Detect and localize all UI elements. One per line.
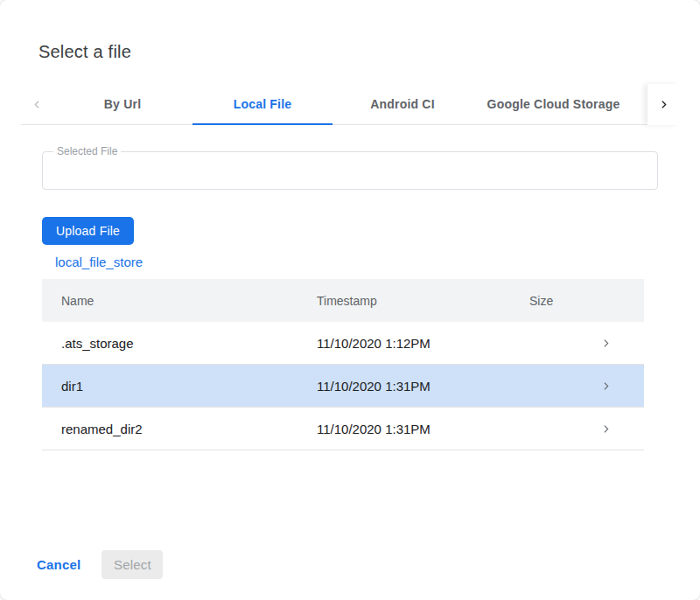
upload-file-button[interactable]: Upload File	[42, 217, 134, 245]
tab-local-file[interactable]: Local File	[192, 84, 332, 124]
column-header-size: Size	[529, 294, 567, 308]
tab-by-url[interactable]: By Url	[52, 84, 192, 124]
tab-bar: By Url Local File Android CI Google Clou…	[21, 84, 679, 125]
cell-timestamp: 11/10/2020 1:31PM	[317, 422, 529, 436]
tab-list: By Url Local File Android CI Google Clou…	[21, 84, 648, 125]
selected-file-field: Selected File	[42, 151, 658, 190]
chevron-right-icon	[600, 380, 612, 392]
table-row-dir1[interactable]: dir1 11/10/2020 1:31PM	[42, 365, 644, 408]
cell-name: renamed_dir2	[42, 422, 317, 436]
cancel-button[interactable]: Cancel	[37, 551, 88, 579]
cell-timestamp: 11/10/2020 1:31PM	[317, 379, 529, 394]
dialog-footer: Cancel Select	[37, 550, 163, 579]
row-open-button[interactable]	[567, 380, 644, 392]
breadcrumb-local-file-store[interactable]: local_file_store	[55, 255, 143, 269]
tabs-prev-button[interactable]	[21, 84, 52, 124]
row-open-button[interactable]	[567, 338, 644, 349]
row-open-button[interactable]	[567, 423, 644, 435]
tabs-next-button[interactable]	[648, 84, 679, 125]
dialog-title: Select a file	[38, 42, 131, 62]
file-table: Name Timestamp Size .ats_storage 11/10/2…	[42, 279, 644, 450]
chevron-left-icon	[32, 99, 43, 110]
selected-file-label: Selected File	[53, 145, 121, 157]
selected-file-input[interactable]	[43, 152, 657, 189]
column-header-name: Name	[42, 294, 317, 308]
table-header-row: Name Timestamp Size	[42, 279, 644, 322]
select-file-dialog: Select a file By Url Local File Android …	[0, 0, 700, 600]
chevron-right-icon	[658, 99, 669, 110]
tab-google-cloud-storage[interactable]: Google Cloud Storage	[472, 84, 634, 124]
select-button[interactable]: Select	[102, 550, 163, 579]
cell-name: dir1	[42, 379, 317, 394]
chevron-right-icon	[600, 423, 612, 435]
table-row-renamed-dir2[interactable]: renamed_dir2 11/10/2020 1:31PM	[42, 408, 644, 450]
cell-timestamp: 11/10/2020 1:12PM	[317, 336, 529, 351]
cell-name: .ats_storage	[42, 336, 317, 351]
tab-android-ci[interactable]: Android CI	[332, 84, 472, 124]
table-row-ats-storage[interactable]: .ats_storage 11/10/2020 1:12PM	[42, 322, 644, 365]
column-header-timestamp: Timestamp	[317, 294, 529, 308]
chevron-right-icon	[600, 338, 612, 349]
